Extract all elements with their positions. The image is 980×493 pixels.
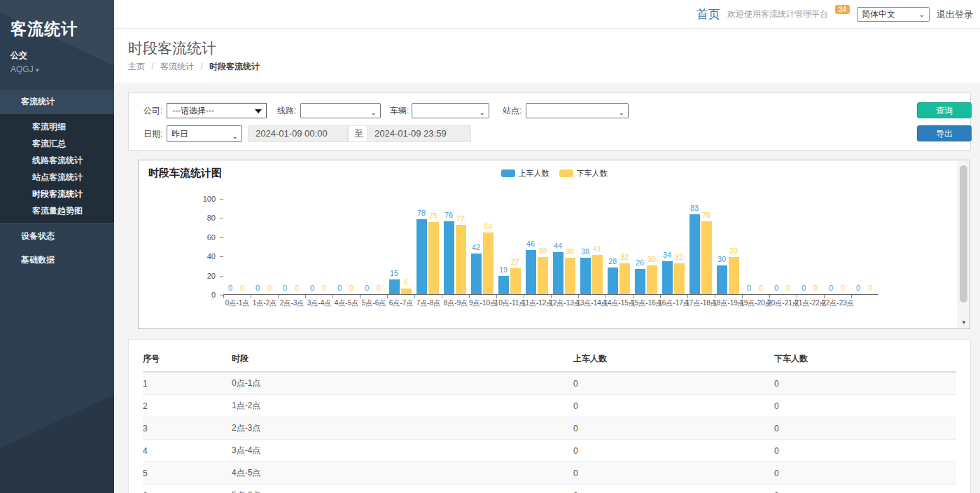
date-end-input[interactable]: 2024-01-09 23:59 xyxy=(367,125,471,142)
date-start-input[interactable]: 2024-01-09 00:00 xyxy=(248,125,348,142)
sidebar-subitem[interactable]: 客流明细 xyxy=(0,118,114,135)
language-select[interactable]: 简体中文 ⌄ xyxy=(857,7,930,22)
table-cell: 0 xyxy=(573,440,774,462)
bar-上车人数[interactable] xyxy=(444,221,454,294)
bar-下车人数[interactable] xyxy=(620,263,630,294)
export-button[interactable]: 导出 xyxy=(917,125,972,141)
bar-上车人数[interactable] xyxy=(690,214,700,294)
sidebar-item[interactable]: 基础数据 xyxy=(0,248,114,272)
bar-group: 7875 xyxy=(414,188,442,294)
page-heading: 时段客流统计 主页 / 客流统计 / 时段客流统计 xyxy=(114,29,980,83)
bar-上车人数[interactable] xyxy=(498,276,509,294)
sidebar-subitem[interactable]: 线路客流统计 xyxy=(0,152,114,169)
table-cell: 3 xyxy=(143,417,232,440)
scrollbar-thumb[interactable] xyxy=(960,165,967,303)
bar-上车人数[interactable] xyxy=(717,265,727,294)
chart-x-axis-labels: 0点-1点1点-2点2点-3点3点-4点4点-5点5点-6点6点-7点7点-8点… xyxy=(223,298,930,308)
company-select[interactable]: ---请选择--- xyxy=(167,103,267,118)
notification-badge[interactable]: 34 xyxy=(835,5,850,14)
bar-下车人数[interactable] xyxy=(674,263,685,294)
y-tick-label: 60 xyxy=(192,233,216,242)
sidebar-item-passenger-stats[interactable]: 客流统计 xyxy=(0,90,114,114)
sidebar-subitem[interactable]: 站点客流统计 xyxy=(0,169,114,186)
chevron-down-icon: ⌄ xyxy=(479,106,485,120)
bar-value-label: 41 xyxy=(587,244,608,253)
table-cell: 3点-4点 xyxy=(232,440,573,462)
table-cell: 0 xyxy=(573,395,774,417)
bar-下车人数[interactable] xyxy=(483,232,493,294)
bar-group: 7672 xyxy=(442,188,469,294)
bar-下车人数[interactable] xyxy=(701,221,712,294)
sidebar-subitem[interactable]: 时段客流统计 xyxy=(0,186,114,202)
bar-group: 00 xyxy=(851,188,878,294)
sidebar-subitem[interactable]: 客流汇总 xyxy=(0,135,114,152)
bar-上车人数[interactable] xyxy=(416,219,427,294)
bar-下车人数[interactable] xyxy=(647,265,657,294)
table-header-cell: 下车人数 xyxy=(774,347,956,372)
bar-group: 4264 xyxy=(469,188,496,294)
table-cell: 2 xyxy=(143,395,232,417)
y-tick-mark xyxy=(220,295,223,296)
bar-value-label: 76 xyxy=(696,211,717,219)
org-code-dropdown[interactable]: AQGJ ▾ xyxy=(10,64,114,74)
bar-上车人数[interactable] xyxy=(635,269,645,294)
sidebar-item[interactable]: 设备状态 xyxy=(0,224,114,248)
chart-title: 时段车流统计图 xyxy=(148,167,222,180)
table-cell: 0 xyxy=(774,485,956,493)
bar-group: 2630 xyxy=(633,188,660,294)
bar-group: 00 xyxy=(278,188,305,294)
table-cell: 4 xyxy=(143,440,232,462)
table-header-row: 序号时段上车人数下车人数 xyxy=(143,347,956,372)
chart-vertical-scrollbar[interactable]: ▼ xyxy=(958,161,969,328)
sidebar-subitem[interactable]: 客流量趋势图 xyxy=(0,202,114,219)
y-tick-mark xyxy=(220,237,223,238)
bar-value-label: 0 xyxy=(368,284,389,292)
bar-上车人数[interactable] xyxy=(580,258,591,294)
bar-上车人数[interactable] xyxy=(526,250,536,294)
bar-下车人数[interactable] xyxy=(538,257,548,294)
bar-下车人数[interactable] xyxy=(729,257,739,294)
company-label: 公司: xyxy=(144,103,162,118)
legend-item[interactable]: 下车人数 xyxy=(559,168,608,179)
sidebar-menu: 客流统计 客流明细客流汇总线路客流统计站点客流统计时段客流统计客流量趋势图 设备… xyxy=(0,90,114,272)
legend-item[interactable]: 上车人数 xyxy=(501,168,550,179)
breadcrumb-current: 时段客流统计 xyxy=(209,62,260,71)
bar-上车人数[interactable] xyxy=(553,252,564,294)
vehicle-select[interactable]: ⌄ xyxy=(412,103,489,118)
bar-下车人数[interactable] xyxy=(401,289,412,294)
bar-group: 2832 xyxy=(606,188,633,294)
bar-上车人数[interactable] xyxy=(608,268,618,294)
bar-下车人数[interactable] xyxy=(428,222,439,294)
table-header-cell: 上车人数 xyxy=(573,347,774,372)
bar-value-label: 39 xyxy=(723,246,744,255)
bar-下车人数[interactable] xyxy=(456,225,466,294)
filter-panel: 公司: ---请选择--- 线路: ⌄ 车辆: ⌄ 站点: ⌄ 日期: 昨日 ⌄… xyxy=(128,92,971,151)
bar-group: 00 xyxy=(360,188,387,294)
table-row: 10点-1点00 xyxy=(143,372,956,395)
bar-上车人数[interactable] xyxy=(662,261,673,294)
line-select[interactable]: ⌄ xyxy=(300,103,381,118)
station-select[interactable]: ⌄ xyxy=(526,103,629,118)
sidebar-submenu: 客流明细客流汇总线路客流统计站点客流统计时段客流统计客流量趋势图 xyxy=(0,114,114,224)
logout-link[interactable]: 退出登录 xyxy=(937,8,973,21)
breadcrumb-home[interactable]: 主页 xyxy=(128,62,145,71)
bar-下车人数[interactable] xyxy=(565,258,575,294)
query-button[interactable]: 查询 xyxy=(917,102,972,118)
table-cell: 0 xyxy=(573,462,774,485)
table-cell: 0点-1点 xyxy=(232,372,573,395)
table-cell: 1 xyxy=(143,372,232,395)
table-row: 65点-6点00 xyxy=(143,485,956,493)
bar-group: 4438 xyxy=(551,188,578,294)
home-link[interactable]: 首页 xyxy=(696,6,720,22)
table-row: 43点-4点00 xyxy=(143,440,956,462)
bar-group: 00 xyxy=(742,188,769,294)
topbar-right-cluster: 首页 欢迎使用客流统计管理平台 34 简体中文 ⌄ 退出登录 xyxy=(696,0,973,29)
date-range-select[interactable]: 昨日 ⌄ xyxy=(167,125,242,142)
table-cell: 6 xyxy=(143,485,232,493)
scroll-down-arrow-icon[interactable]: ▼ xyxy=(958,319,969,326)
bar-下车人数[interactable] xyxy=(592,255,603,294)
breadcrumb-passenger-stats[interactable]: 客流统计 xyxy=(160,62,194,71)
bar-上车人数[interactable] xyxy=(471,254,482,294)
bar-下车人数[interactable] xyxy=(510,268,521,294)
vehicle-label: 车辆: xyxy=(390,103,409,118)
